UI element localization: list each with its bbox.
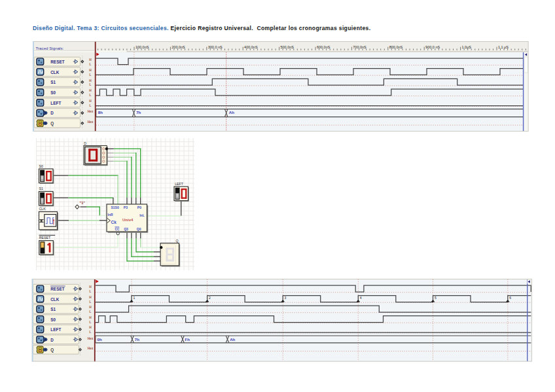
svg-text:P3: P3: [124, 205, 128, 209]
svg-text:Univ4: Univ4: [122, 218, 134, 222]
svg-text:CLK: CLK: [39, 207, 46, 211]
svg-text:RESET: RESET: [39, 236, 51, 240]
svg-text:S1S0: S1S0: [111, 205, 119, 209]
svg-text:S1: S1: [39, 187, 43, 190]
svg-text:InL: InL: [139, 213, 145, 217]
svg-text:Q0: Q0: [137, 227, 141, 231]
svg-text:"1": "1": [80, 201, 86, 205]
svg-text:Ck: Ck: [111, 220, 117, 224]
svg-text:D: D: [84, 141, 86, 145]
svg-text:P0: P0: [137, 205, 141, 209]
svg-text:LEFT: LEFT: [175, 182, 184, 186]
svg-text:Q: Q: [176, 239, 179, 243]
svg-text:InR: InR: [108, 213, 113, 217]
svg-text:CC: CC: [115, 227, 120, 231]
svg-text:S0: S0: [39, 164, 43, 168]
svg-text:Q3: Q3: [124, 227, 128, 231]
